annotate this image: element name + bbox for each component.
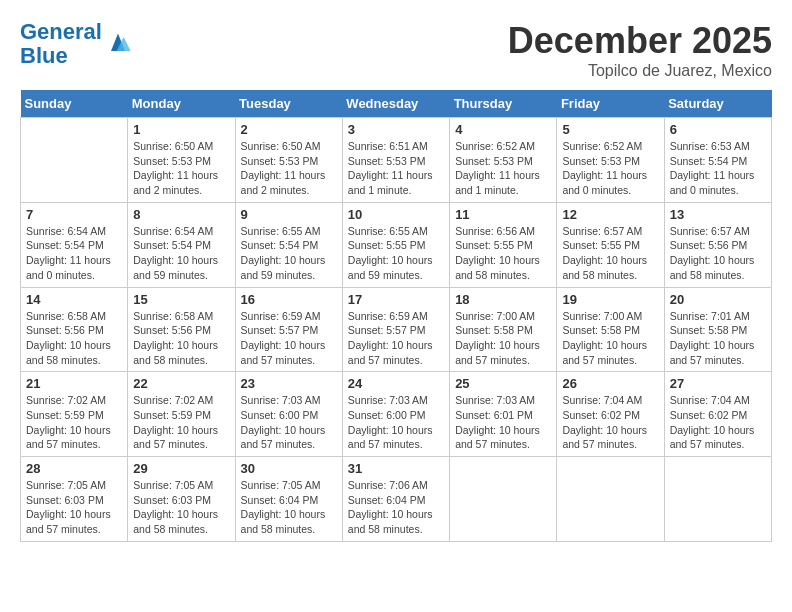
calendar-cell: 29Sunrise: 7:05 AMSunset: 6:03 PMDayligh…	[128, 457, 235, 542]
day-info: Sunrise: 6:58 AMSunset: 5:56 PMDaylight:…	[26, 309, 122, 368]
calendar-cell: 31Sunrise: 7:06 AMSunset: 6:04 PMDayligh…	[342, 457, 449, 542]
day-number: 31	[348, 461, 444, 476]
day-info: Sunrise: 7:04 AMSunset: 6:02 PMDaylight:…	[562, 393, 658, 452]
calendar-cell: 6Sunrise: 6:53 AMSunset: 5:54 PMDaylight…	[664, 118, 771, 203]
day-number: 14	[26, 292, 122, 307]
day-number: 13	[670, 207, 766, 222]
calendar-cell: 12Sunrise: 6:57 AMSunset: 5:55 PMDayligh…	[557, 202, 664, 287]
calendar-week-3: 14Sunrise: 6:58 AMSunset: 5:56 PMDayligh…	[21, 287, 772, 372]
day-info: Sunrise: 7:00 AMSunset: 5:58 PMDaylight:…	[562, 309, 658, 368]
day-info: Sunrise: 7:00 AMSunset: 5:58 PMDaylight:…	[455, 309, 551, 368]
day-number: 3	[348, 122, 444, 137]
calendar-cell: 22Sunrise: 7:02 AMSunset: 5:59 PMDayligh…	[128, 372, 235, 457]
day-info: Sunrise: 6:51 AMSunset: 5:53 PMDaylight:…	[348, 139, 444, 198]
calendar-cell: 24Sunrise: 7:03 AMSunset: 6:00 PMDayligh…	[342, 372, 449, 457]
calendar-cell: 21Sunrise: 7:02 AMSunset: 5:59 PMDayligh…	[21, 372, 128, 457]
day-info: Sunrise: 6:50 AMSunset: 5:53 PMDaylight:…	[241, 139, 337, 198]
calendar-cell: 15Sunrise: 6:58 AMSunset: 5:56 PMDayligh…	[128, 287, 235, 372]
header-day-saturday: Saturday	[664, 90, 771, 118]
day-number: 25	[455, 376, 551, 391]
day-info: Sunrise: 7:03 AMSunset: 6:01 PMDaylight:…	[455, 393, 551, 452]
day-number: 26	[562, 376, 658, 391]
day-number: 21	[26, 376, 122, 391]
day-number: 15	[133, 292, 229, 307]
calendar-cell: 2Sunrise: 6:50 AMSunset: 5:53 PMDaylight…	[235, 118, 342, 203]
calendar-cell: 27Sunrise: 7:04 AMSunset: 6:02 PMDayligh…	[664, 372, 771, 457]
day-info: Sunrise: 6:59 AMSunset: 5:57 PMDaylight:…	[241, 309, 337, 368]
header-day-friday: Friday	[557, 90, 664, 118]
day-info: Sunrise: 6:57 AMSunset: 5:55 PMDaylight:…	[562, 224, 658, 283]
calendar-cell	[664, 457, 771, 542]
day-number: 10	[348, 207, 444, 222]
header-day-monday: Monday	[128, 90, 235, 118]
calendar-cell: 23Sunrise: 7:03 AMSunset: 6:00 PMDayligh…	[235, 372, 342, 457]
day-info: Sunrise: 7:01 AMSunset: 5:58 PMDaylight:…	[670, 309, 766, 368]
calendar-cell: 18Sunrise: 7:00 AMSunset: 5:58 PMDayligh…	[450, 287, 557, 372]
main-title: December 2025	[508, 20, 772, 62]
day-info: Sunrise: 6:54 AMSunset: 5:54 PMDaylight:…	[26, 224, 122, 283]
day-info: Sunrise: 7:06 AMSunset: 6:04 PMDaylight:…	[348, 478, 444, 537]
day-info: Sunrise: 6:50 AMSunset: 5:53 PMDaylight:…	[133, 139, 229, 198]
calendar-cell: 11Sunrise: 6:56 AMSunset: 5:55 PMDayligh…	[450, 202, 557, 287]
calendar-cell	[21, 118, 128, 203]
day-number: 8	[133, 207, 229, 222]
day-number: 12	[562, 207, 658, 222]
calendar-cell: 30Sunrise: 7:05 AMSunset: 6:04 PMDayligh…	[235, 457, 342, 542]
day-info: Sunrise: 6:52 AMSunset: 5:53 PMDaylight:…	[562, 139, 658, 198]
day-info: Sunrise: 7:03 AMSunset: 6:00 PMDaylight:…	[348, 393, 444, 452]
day-info: Sunrise: 6:57 AMSunset: 5:56 PMDaylight:…	[670, 224, 766, 283]
day-number: 11	[455, 207, 551, 222]
subtitle: Topilco de Juarez, Mexico	[508, 62, 772, 80]
calendar-table: SundayMondayTuesdayWednesdayThursdayFrid…	[20, 90, 772, 542]
day-number: 17	[348, 292, 444, 307]
header-day-thursday: Thursday	[450, 90, 557, 118]
calendar-cell	[450, 457, 557, 542]
day-number: 30	[241, 461, 337, 476]
day-info: Sunrise: 6:58 AMSunset: 5:56 PMDaylight:…	[133, 309, 229, 368]
calendar-cell: 7Sunrise: 6:54 AMSunset: 5:54 PMDaylight…	[21, 202, 128, 287]
calendar-cell: 16Sunrise: 6:59 AMSunset: 5:57 PMDayligh…	[235, 287, 342, 372]
day-info: Sunrise: 7:03 AMSunset: 6:00 PMDaylight:…	[241, 393, 337, 452]
calendar-cell: 28Sunrise: 7:05 AMSunset: 6:03 PMDayligh…	[21, 457, 128, 542]
day-number: 4	[455, 122, 551, 137]
day-number: 27	[670, 376, 766, 391]
day-info: Sunrise: 7:05 AMSunset: 6:04 PMDaylight:…	[241, 478, 337, 537]
calendar-cell: 4Sunrise: 6:52 AMSunset: 5:53 PMDaylight…	[450, 118, 557, 203]
day-info: Sunrise: 6:59 AMSunset: 5:57 PMDaylight:…	[348, 309, 444, 368]
day-info: Sunrise: 7:05 AMSunset: 6:03 PMDaylight:…	[133, 478, 229, 537]
calendar-week-2: 7Sunrise: 6:54 AMSunset: 5:54 PMDaylight…	[21, 202, 772, 287]
day-info: Sunrise: 6:55 AMSunset: 5:55 PMDaylight:…	[348, 224, 444, 283]
day-number: 9	[241, 207, 337, 222]
calendar-cell: 3Sunrise: 6:51 AMSunset: 5:53 PMDaylight…	[342, 118, 449, 203]
day-info: Sunrise: 6:55 AMSunset: 5:54 PMDaylight:…	[241, 224, 337, 283]
day-info: Sunrise: 7:02 AMSunset: 5:59 PMDaylight:…	[26, 393, 122, 452]
day-number: 24	[348, 376, 444, 391]
day-info: Sunrise: 6:53 AMSunset: 5:54 PMDaylight:…	[670, 139, 766, 198]
day-info: Sunrise: 6:56 AMSunset: 5:55 PMDaylight:…	[455, 224, 551, 283]
day-number: 5	[562, 122, 658, 137]
calendar-cell	[557, 457, 664, 542]
calendar-cell: 25Sunrise: 7:03 AMSunset: 6:01 PMDayligh…	[450, 372, 557, 457]
calendar-cell: 8Sunrise: 6:54 AMSunset: 5:54 PMDaylight…	[128, 202, 235, 287]
day-number: 1	[133, 122, 229, 137]
day-number: 7	[26, 207, 122, 222]
day-number: 19	[562, 292, 658, 307]
header-day-tuesday: Tuesday	[235, 90, 342, 118]
header: General Blue December 2025 Topilco de Ju…	[20, 20, 772, 80]
day-number: 18	[455, 292, 551, 307]
day-info: Sunrise: 6:52 AMSunset: 5:53 PMDaylight:…	[455, 139, 551, 198]
day-number: 16	[241, 292, 337, 307]
calendar-cell: 10Sunrise: 6:55 AMSunset: 5:55 PMDayligh…	[342, 202, 449, 287]
day-number: 29	[133, 461, 229, 476]
day-info: Sunrise: 7:05 AMSunset: 6:03 PMDaylight:…	[26, 478, 122, 537]
day-number: 6	[670, 122, 766, 137]
calendar-cell: 14Sunrise: 6:58 AMSunset: 5:56 PMDayligh…	[21, 287, 128, 372]
day-number: 23	[241, 376, 337, 391]
logo: General Blue	[20, 20, 132, 68]
calendar-cell: 13Sunrise: 6:57 AMSunset: 5:56 PMDayligh…	[664, 202, 771, 287]
title-block: December 2025 Topilco de Juarez, Mexico	[508, 20, 772, 80]
calendar-header-row: SundayMondayTuesdayWednesdayThursdayFrid…	[21, 90, 772, 118]
day-info: Sunrise: 7:04 AMSunset: 6:02 PMDaylight:…	[670, 393, 766, 452]
day-number: 20	[670, 292, 766, 307]
calendar-cell: 19Sunrise: 7:00 AMSunset: 5:58 PMDayligh…	[557, 287, 664, 372]
